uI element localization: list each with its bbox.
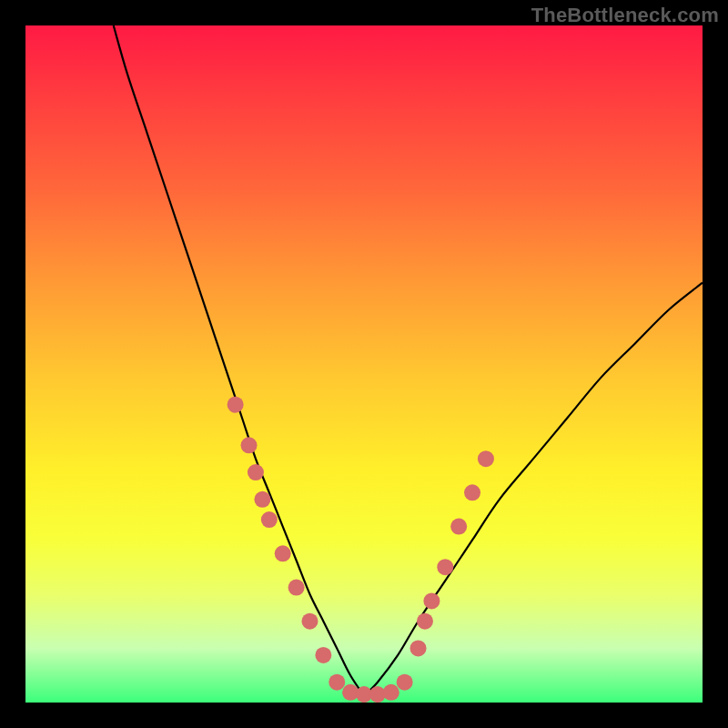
marker-dot: [275, 545, 291, 561]
marker-dot: [417, 613, 433, 630]
curve-layer: [114, 25, 703, 696]
marker-dot: [241, 437, 258, 453]
curve-right-branch: [364, 283, 703, 696]
plot-area: [25, 25, 703, 703]
marker-dot: [254, 491, 270, 508]
marker-dot: [423, 592, 440, 609]
watermark-text: TheBottleneck.com: [531, 4, 719, 27]
marker-dot: [329, 674, 345, 691]
marker-layer: [228, 397, 494, 703]
marker-dot: [397, 674, 413, 691]
curve-left-branch: [114, 25, 364, 696]
marker-dot: [261, 511, 278, 528]
marker-dot: [478, 450, 494, 467]
marker-dot: [437, 559, 453, 575]
marker-dot: [288, 580, 305, 596]
marker-dot: [410, 640, 427, 656]
marker-dot: [301, 613, 318, 630]
marker-dot: [228, 397, 244, 413]
chart-svg: [25, 25, 703, 703]
marker-dot: [464, 484, 480, 500]
marker-dot: [315, 647, 331, 663]
marker-dot: [383, 684, 399, 701]
marker-dot: [450, 519, 467, 535]
marker-dot: [248, 464, 264, 480]
